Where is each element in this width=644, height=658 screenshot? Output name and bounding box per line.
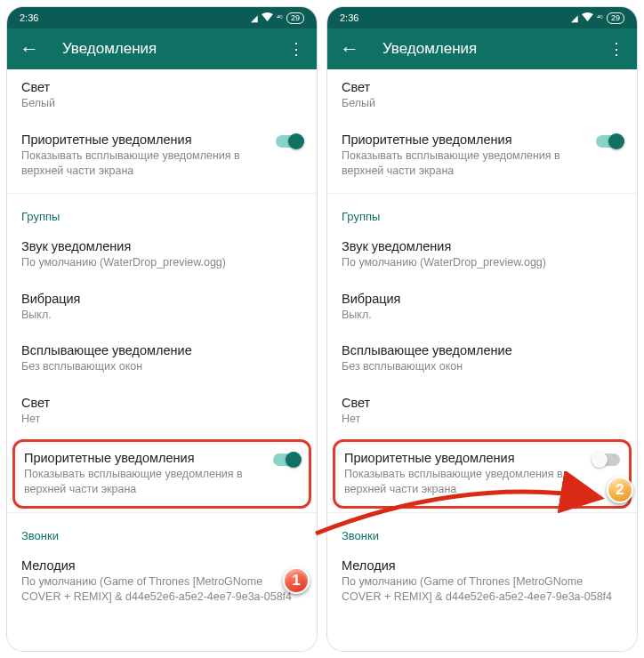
row-popup-sub: Без всплывающих окон [21, 359, 302, 374]
section-groups: Группы [327, 197, 637, 229]
section-calls: Звонки [7, 517, 317, 548]
row-sound-sub: По умолчанию (WaterDrop_preview.ogg) [21, 255, 302, 270]
annotation-badge-1: 1 [283, 567, 310, 594]
status-bar: 2:36 ◢ ⁴ᴳ 29 [327, 7, 637, 28]
status-time: 2:36 [340, 12, 358, 23]
phone-right: 2:36 ◢ ⁴ᴳ 29 ← Уведомления ⋮ Свет Белый [327, 7, 637, 651]
divider [327, 193, 637, 194]
app-header: ← Уведомления ⋮ [327, 28, 637, 69]
section-calls: Звонки [327, 517, 637, 548]
annotation-badge-2: 2 [607, 477, 633, 503]
row-light-groups[interactable]: Свет Нет [327, 385, 637, 437]
row-priority-sub: Показывать всплывающие уведомления в вер… [21, 148, 269, 179]
row-light[interactable]: Свет Белый [327, 69, 637, 122]
row-vibration-title: Вибрация [342, 292, 623, 306]
row-priority-title: Приоритетные уведомления [342, 132, 589, 147]
page-title: Уведомления [62, 40, 288, 58]
row-vibration-sub: Выкл. [21, 308, 302, 323]
highlight-box-left: Приоритетные уведомления Показывать вспл… [12, 439, 311, 509]
row-light-title: Свет [342, 80, 623, 94]
settings-content: Свет Белый Приоритетные уведомления Пока… [327, 69, 637, 651]
status-icons: ◢ ⁴ᴳ 29 [571, 12, 624, 24]
row-priority-box-title: Приоритетные уведомления [344, 451, 586, 465]
row-sound-title: Звук уведомления [21, 239, 302, 253]
priority-toggle[interactable] [596, 135, 623, 148]
signal-icon: ◢ [571, 13, 578, 23]
row-sound-sub: По умолчанию (WaterDrop_preview.ogg) [342, 255, 623, 270]
row-priority-box-sub: Показывать всплывающие уведомления в вер… [24, 467, 266, 497]
row-melody-sub: По умолчанию (Game of Thrones [MetroGNom… [21, 574, 302, 605]
volte-icon: ⁴ᴳ [597, 14, 603, 22]
volte-icon: ⁴ᴳ [277, 14, 283, 22]
row-light2-title: Свет [342, 396, 623, 410]
status-time: 2:36 [20, 12, 38, 23]
row-popup-title: Всплывающее уведомление [21, 343, 302, 357]
row-priority-sub: Показывать всплывающие уведомления в вер… [342, 148, 589, 179]
section-groups: Группы [7, 197, 317, 229]
row-light[interactable]: Свет Белый [7, 69, 317, 122]
page-title: Уведомления [382, 40, 608, 58]
row-priority-notifications[interactable]: Приоритетные уведомления Показывать вспл… [327, 122, 637, 189]
row-melody-sub: По умолчанию (Game of Thrones [MetroGNom… [342, 574, 623, 605]
status-icons: ◢ ⁴ᴳ 29 [251, 12, 304, 24]
row-priority-title: Приоритетные уведомления [21, 132, 269, 147]
battery-icon: 29 [286, 12, 304, 24]
row-light2-sub: Нет [342, 412, 623, 427]
row-vibration[interactable]: Вибрация Выкл. [7, 281, 317, 333]
divider [7, 193, 317, 194]
highlight-box-right: Приоритетные уведомления Показывать вспл… [333, 439, 632, 509]
overflow-menu-icon[interactable]: ⋮ [288, 39, 304, 59]
status-bar: 2:36 ◢ ⁴ᴳ 29 [7, 7, 317, 28]
row-light2-sub: Нет [21, 412, 302, 427]
priority-toggle[interactable] [276, 135, 302, 148]
battery-icon: 29 [607, 12, 624, 24]
wifi-icon [582, 12, 593, 23]
row-priority-box-sub: Показывать всплывающие уведомления в вер… [344, 467, 586, 497]
row-light-sub: Белый [342, 96, 623, 111]
signal-icon: ◢ [251, 13, 258, 23]
row-sound-title: Звук уведомления [342, 239, 623, 253]
row-popup[interactable]: Всплывающее уведомление Без всплывающих … [327, 333, 637, 385]
row-light-sub: Белый [21, 96, 302, 111]
divider [327, 512, 637, 513]
row-vibration-title: Вибрация [21, 292, 302, 306]
priority-groups-toggle-off[interactable] [593, 453, 620, 466]
row-priority-groups[interactable]: Приоритетные уведомления Показывать вспл… [344, 451, 620, 497]
overflow-menu-icon[interactable]: ⋮ [608, 39, 624, 59]
row-priority-groups[interactable]: Приоритетные уведомления Показывать вспл… [24, 451, 300, 497]
row-priority-box-title: Приоритетные уведомления [24, 451, 266, 465]
back-arrow-icon[interactable]: ← [340, 37, 359, 60]
divider [7, 512, 317, 513]
back-arrow-icon[interactable]: ← [20, 37, 39, 60]
row-popup[interactable]: Всплывающее уведомление Без всплывающих … [7, 333, 317, 385]
row-melody-title: Мелодия [342, 558, 623, 573]
wifi-icon [262, 12, 273, 23]
priority-groups-toggle-on[interactable] [273, 453, 300, 466]
row-vibration-sub: Выкл. [342, 308, 623, 323]
phone-left: 2:36 ◢ ⁴ᴳ 29 ← Уведомления ⋮ Свет Белый [7, 7, 317, 651]
row-light2-title: Свет [21, 396, 302, 410]
row-ringtone[interactable]: Мелодия По умолчанию (Game of Thrones [M… [327, 548, 637, 615]
row-light-groups[interactable]: Свет Нет [7, 385, 317, 437]
row-ringtone[interactable]: Мелодия По умолчанию (Game of Thrones [M… [7, 548, 317, 615]
row-light-title: Свет [21, 80, 302, 94]
row-vibration[interactable]: Вибрация Выкл. [327, 281, 637, 333]
settings-content: Свет Белый Приоритетные уведомления Пока… [7, 69, 317, 651]
row-popup-title: Всплывающее уведомление [342, 343, 623, 357]
row-popup-sub: Без всплывающих окон [342, 359, 623, 374]
row-melody-title: Мелодия [21, 558, 302, 573]
row-notification-sound[interactable]: Звук уведомления По умолчанию (WaterDrop… [7, 229, 317, 281]
row-notification-sound[interactable]: Звук уведомления По умолчанию (WaterDrop… [327, 229, 637, 281]
row-priority-notifications[interactable]: Приоритетные уведомления Показывать вспл… [7, 122, 317, 189]
app-header: ← Уведомления ⋮ [7, 28, 317, 69]
